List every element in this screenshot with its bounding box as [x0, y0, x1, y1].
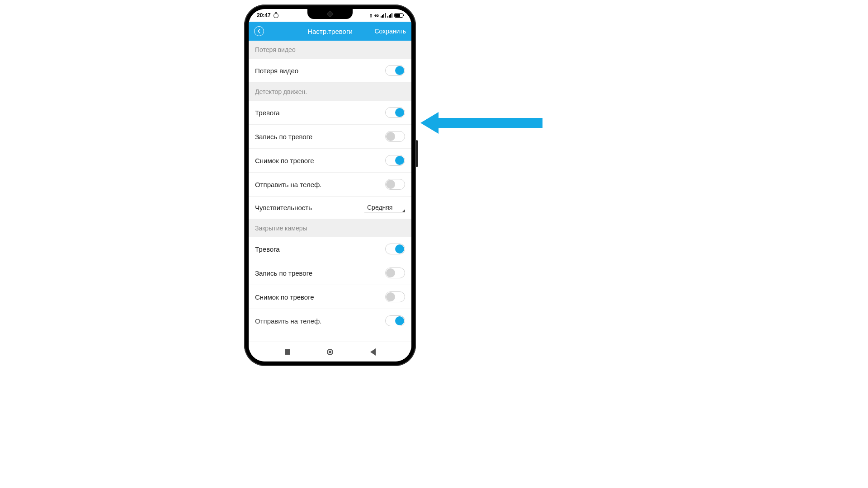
toggle-cover-alarm[interactable] — [385, 244, 405, 254]
toggle-motion-alarm[interactable] — [385, 107, 405, 118]
arrow-left-icon — [420, 112, 439, 134]
battery-icon — [394, 13, 403, 18]
settings-content: Потеря видео Потеря видео Детектор движе… — [249, 41, 411, 342]
phone-screen: 20:47 ▯ 4G Настр.тревоги Сохранить Потер… — [249, 9, 411, 361]
nav-home-button[interactable] — [326, 348, 334, 356]
section-header-cover: Закрытие камеры — [249, 219, 411, 237]
arrow-shaft — [439, 118, 542, 128]
label-cover-record: Запись по тревоге — [255, 269, 312, 277]
row-cover-send-phone: Отправить на телеф. — [249, 309, 411, 329]
camera-notch — [307, 9, 353, 19]
row-cover-alarm: Тревога — [249, 237, 411, 261]
nav-back-button[interactable] — [369, 348, 377, 356]
toggle-cover-record[interactable] — [385, 267, 405, 278]
row-cover-snapshot: Снимок по тревоге — [249, 285, 411, 309]
toggle-motion-snapshot[interactable] — [385, 155, 405, 166]
app-header: Настр.тревоги Сохранить — [249, 22, 411, 41]
label-motion-record: Запись по тревоге — [255, 133, 312, 141]
signal-icon-2 — [387, 13, 392, 18]
row-motion-sensitivity: Чувствительность Средняя — [249, 197, 411, 219]
signal-icon — [381, 13, 386, 18]
toggle-motion-record[interactable] — [385, 131, 405, 142]
nav-recents-button[interactable] — [283, 348, 292, 356]
network-label: 4G — [374, 14, 379, 18]
page-title: Настр.тревоги — [307, 28, 353, 35]
toggle-video-loss[interactable] — [385, 65, 405, 76]
row-video-loss: Потеря видео — [249, 59, 411, 83]
row-motion-alarm: Тревога — [249, 101, 411, 125]
phone-frame: 20:47 ▯ 4G Настр.тревоги Сохранить Потер… — [244, 5, 416, 366]
row-motion-send-phone: Отправить на телеф. — [249, 173, 411, 197]
phone-side-button — [416, 140, 418, 167]
status-time: 20:47 — [257, 12, 271, 19]
row-motion-snapshot: Снимок по тревоге — [249, 149, 411, 173]
save-button[interactable]: Сохранить — [374, 28, 406, 35]
section-header-motion: Детектор движен. — [249, 83, 411, 101]
label-motion-snapshot: Снимок по тревоге — [255, 157, 314, 164]
back-button[interactable] — [254, 26, 264, 36]
toggle-cover-send-phone[interactable] — [385, 315, 405, 326]
label-motion-alarm: Тревога — [255, 109, 280, 117]
label-cover-snapshot: Снимок по тревоге — [255, 293, 314, 301]
label-video-loss: Потеря видео — [255, 67, 298, 75]
alarm-clock-icon — [274, 13, 278, 18]
sim-icon: ▯ — [370, 13, 372, 18]
chevron-left-icon — [257, 29, 261, 33]
label-cover-alarm: Тревога — [255, 245, 280, 253]
toggle-motion-send-phone[interactable] — [385, 179, 405, 190]
android-nav-bar — [249, 342, 411, 361]
row-cover-record: Запись по тревоге — [249, 261, 411, 285]
label-motion-send-phone: Отправить на телеф. — [255, 181, 322, 188]
annotation-arrow — [420, 112, 542, 134]
section-header-video-loss: Потеря видео — [249, 41, 411, 59]
select-sensitivity[interactable]: Средняя — [364, 203, 405, 212]
row-motion-record: Запись по тревоге — [249, 125, 411, 149]
label-motion-sensitivity: Чувствительность — [255, 204, 312, 211]
label-cover-send-phone: Отправить на телеф. — [255, 317, 322, 325]
toggle-cover-snapshot[interactable] — [385, 291, 405, 302]
